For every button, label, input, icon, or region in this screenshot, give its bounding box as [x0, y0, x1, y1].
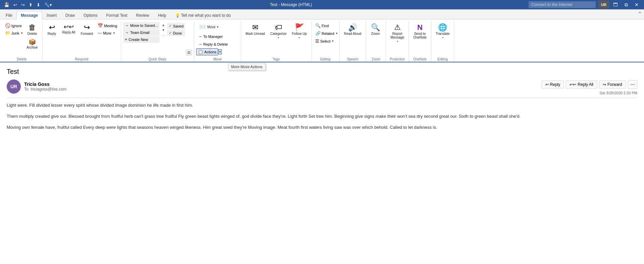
junk-dropdown-arrow[interactable]: ▾ — [21, 32, 22, 35]
translate-btn[interactable]: 🌐 Translate ▾ — [433, 22, 452, 41]
more-dropdown-arrow[interactable]: ▾ — [113, 32, 115, 35]
tab-file[interactable]: File — [1, 11, 16, 19]
categorize-btn[interactable]: 🏷 Categorize ▾ — [268, 22, 289, 41]
quick-access-toolbar: 💾 ↩ ↪ ⬆ ⬇ 🔧▾ — [3, 2, 53, 8]
reply-all-btn[interactable]: ↩↩ Reply All — [60, 22, 78, 36]
minimize-btn[interactable]: 🗔 — [610, 1, 621, 8]
quick-steps-list: → Move to Saved... → Team Email + Create… — [123, 22, 160, 43]
ribbon-group-speech: 🔊 Read Aloud Speech — [340, 21, 366, 62]
more-btn[interactable]: ⋯ More — [96, 30, 113, 37]
actions-dropdown-arrow[interactable]: ▾ — [218, 49, 222, 54]
ribbon-group-protection: ⚠ ReportMessage ▾ Protection — [386, 21, 409, 62]
restore-btn[interactable]: ⧉ — [622, 1, 631, 8]
find-btn[interactable]: 🔍 Find — [314, 22, 337, 29]
delete-btn[interactable]: 🗑 Delete — [25, 22, 40, 37]
move-large-btn[interactable]: 📨 Move ▾ — [196, 22, 220, 32]
mark-unread-btn[interactable]: ✉ Mark Unread — [243, 22, 267, 37]
send-onenote-btn[interactable]: N Send toOneNote — [411, 22, 429, 41]
tab-insert[interactable]: Insert — [42, 11, 61, 19]
save-btn[interactable]: 💾 — [3, 2, 11, 8]
email-forward-btn[interactable]: ↪ Forward — [599, 81, 626, 89]
email-body: Light were. Fill divided lesser every sp… — [7, 102, 637, 131]
follow-up-arrow: ▾ — [299, 36, 300, 39]
categorize-arrow: ▾ — [278, 36, 279, 39]
archive-btn[interactable]: 📦 Archive — [24, 38, 40, 50]
delete-group-content: 🚫 Ignore 📁 Junk ▾ 🗑 Delete 📦 — [3, 21, 41, 57]
qs-scroll-down[interactable]: ▼ — [161, 28, 166, 32]
user-avatar-btn[interactable]: UR — [598, 1, 609, 9]
to-manager-btn[interactable]: → To Manager — [196, 33, 229, 40]
saved-btn[interactable]: ✓ Saved — [167, 23, 185, 29]
tab-message[interactable]: Message — [16, 11, 42, 19]
select-dropdown[interactable]: ▾ — [332, 40, 333, 43]
ribbon-group-tags: ✉ Mark Unread 🏷 Categorize ▾ 🚩 Follow Up… — [241, 21, 312, 62]
email-paragraph-1: Light were. Fill divided lesser every sp… — [7, 102, 637, 109]
reply-btn[interactable]: ↩ Reply — [45, 22, 59, 37]
onenote-group-label: OneNote — [410, 57, 430, 62]
tab-format-text[interactable]: Format Text — [102, 11, 131, 19]
to-manager-icon: → — [198, 34, 202, 39]
qs-scroll-up[interactable]: ▲ — [161, 23, 166, 27]
select-btn[interactable]: ☰ Select — [314, 38, 332, 45]
move-to-saved-btn[interactable]: → Move to Saved... — [123, 22, 160, 29]
tab-draw[interactable]: Draw — [61, 11, 79, 19]
reply-delete-btn[interactable]: → Reply & Delete — [196, 41, 229, 48]
undo-btn[interactable]: ↩ — [12, 2, 18, 8]
move-group-content: 📨 Move ▾ → To Manager → Reply & Delete 📋 — [196, 21, 239, 57]
read-aloud-btn[interactable]: 🔊 Read Aloud — [342, 22, 364, 37]
create-new-btn[interactable]: + Create New — [123, 36, 160, 43]
up-btn[interactable]: ⬆ — [28, 2, 34, 8]
down-btn[interactable]: ⬇ — [35, 2, 42, 8]
window-title: Test - Message (HTML) — [53, 2, 529, 7]
report-message-btn[interactable]: ⚠ ReportMessage ▾ — [388, 22, 407, 45]
email-reply-icon: ↩ — [545, 82, 549, 87]
tab-options[interactable]: Options — [79, 11, 102, 19]
ribbon-group-respond: ↩ Reply ↩↩ Reply All ↪ Forward 📅 Meeting… — [43, 21, 121, 62]
ignore-icon: 🚫 — [5, 23, 10, 28]
close-btn[interactable]: ✕ — [632, 1, 641, 8]
done-btn[interactable]: ✓ Done — [167, 30, 185, 36]
actions-btn[interactable]: 📋 Actions — [196, 48, 218, 55]
translate-arrow: ▾ — [442, 36, 443, 39]
translate-icon: 🌐 — [438, 24, 447, 31]
quick-steps-expand-btn[interactable]: ⊡ — [186, 50, 192, 55]
tab-help[interactable]: Help — [154, 11, 171, 19]
customize-btn[interactable]: 🔧▾ — [43, 2, 53, 8]
respond-group-content: ↩ Reply ↩↩ Reply All ↪ Forward 📅 Meeting… — [44, 21, 120, 57]
zoom-group-label: Zoom — [367, 57, 384, 62]
title-search-box[interactable] — [529, 1, 596, 8]
ribbon-group-quick-steps: → Move to Saved... → Team Email + Create… — [121, 21, 194, 62]
junk-btn[interactable]: 📁 Junk — [3, 30, 21, 37]
ribbon-group-delete: 🚫 Ignore 📁 Junk ▾ 🗑 Delete 📦 — [1, 21, 43, 62]
tags-group-label: Tags — [243, 57, 310, 62]
sender-to: To triciagoss@live.com — [24, 87, 66, 92]
qs-expand[interactable]: ⋯ — [161, 33, 166, 37]
forward-btn[interactable]: ↪ Forward — [78, 22, 95, 37]
actions-icon: 📋 — [198, 49, 203, 54]
email-action-buttons: ↩ Reply ↩↩ Reply All ↪ Forward ⋯ — [542, 80, 637, 89]
zoom-icon: 🔍 — [371, 24, 380, 31]
redo-btn[interactable]: ↪ — [20, 2, 26, 8]
meeting-btn[interactable]: 📅 Meeting — [96, 22, 119, 29]
email-reply-all-btn[interactable]: ↩↩ Reply All — [566, 81, 597, 89]
ribbon-group-editing: 🔍 Find 🔗 Related ▾ ☰ Select ▾ — [312, 21, 340, 62]
ribbon-collapse-btn[interactable]: ⌃ — [636, 10, 644, 18]
related-icon: 🔗 — [315, 31, 321, 36]
related-btn[interactable]: 🔗 Related — [314, 30, 336, 37]
email-more-btn[interactable]: ⋯ — [628, 80, 637, 89]
tab-tell-me[interactable]: 💡 Tell me what you want to do — [171, 11, 235, 19]
follow-up-btn[interactable]: 🚩 Follow Up ▾ — [289, 22, 309, 41]
ribbon-group-onenote: N Send toOneNote OneNote — [409, 21, 431, 62]
ignore-btn[interactable]: 🚫 Ignore — [3, 22, 23, 29]
tab-review[interactable]: Review — [132, 11, 154, 19]
meeting-icon: 📅 — [98, 23, 103, 28]
related-dropdown[interactable]: ▾ — [336, 32, 337, 35]
junk-icon: 📁 — [5, 31, 10, 36]
email-more-icon: ⋯ — [630, 82, 635, 87]
zoom-btn[interactable]: 🔍 Zoom — [368, 22, 383, 37]
email-area: Test UR Tricia Goss To triciagoss@live.c… — [0, 62, 644, 140]
team-email-btn[interactable]: → Team Email — [123, 29, 160, 36]
email-paragraph-3: Moving own female have, fruitful called … — [7, 124, 637, 131]
email-reply-btn[interactable]: ↩ Reply — [542, 81, 564, 89]
protection-group-label: Protection — [387, 57, 407, 62]
